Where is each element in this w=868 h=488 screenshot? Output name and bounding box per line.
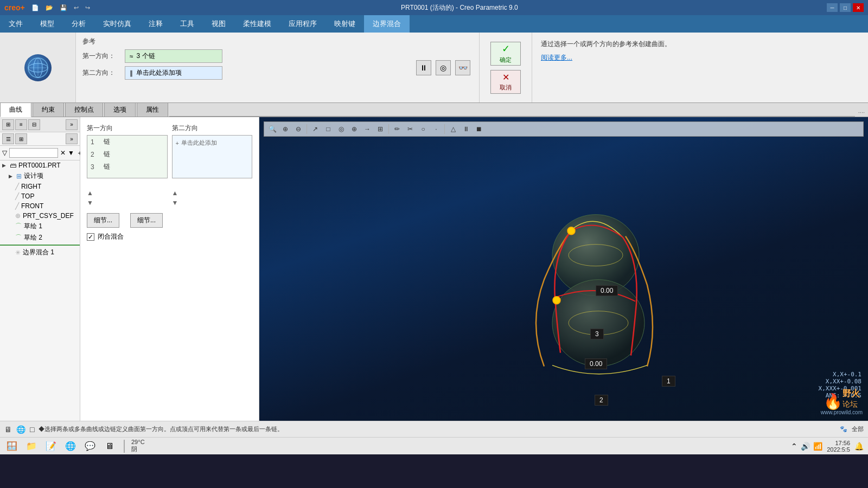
filter-arrow[interactable]: ▼ [68,149,74,157]
vp-circle[interactable]: ◎ [335,123,347,135]
notification-icon[interactable]: 🔔 [854,442,864,451]
status-icon1[interactable]: 🖥 [4,425,12,434]
tab-properties[interactable]: 属性 [137,102,168,117]
save-btn[interactable]: 💾 [58,3,69,12]
root-arrow: ▶ [2,163,8,168]
detail-btn-2[interactable]: 细节... [130,213,163,228]
vp-cut[interactable]: ✂ [404,123,416,135]
status-right: 🐾 全部 [840,425,864,433]
vp-cross[interactable]: ⊕ [348,123,360,135]
open-btn[interactable]: 📂 [43,3,55,12]
status-icon2[interactable]: 🌐 [16,425,25,434]
3d-viewport[interactable]: 🔍 ⊕ ⊖ ↗ □ ◎ ⊕ → ⊞ ✏ ✂ ○ · △ ⏸ ⏹ [259,117,868,421]
start-button[interactable]: 🪟 [4,439,20,453]
up-arrow2[interactable]: ▲ [172,189,253,197]
taskbar-explorer[interactable]: 📁 [24,439,39,453]
add-icon: + [176,140,179,146]
tray-network[interactable]: 📶 [813,442,822,451]
tray-sound[interactable]: 🔊 [801,442,810,451]
tab-fill [169,116,855,117]
tab-more[interactable]: ···· [855,108,868,117]
tray-icon1[interactable]: ⌃ [791,442,797,451]
tree-item-right[interactable]: ╱ RIGHT [0,182,80,191]
maximize-button[interactable]: □ [840,3,851,12]
tree-item-design[interactable]: ▶ ⊞ 设计项 [0,170,80,182]
design-icon: ⊞ [16,172,22,180]
tree-item-boundary[interactable]: ✳ 边界混合 1 [0,247,80,258]
chain-item-2[interactable]: 2 链 [87,148,167,160]
vp-frame[interactable]: □ [322,123,334,135]
list-view-btn[interactable]: ☰ [2,133,14,144]
tab-curves[interactable]: 曲线 [0,102,31,117]
vp-zoom-in[interactable]: ⊕ [279,123,291,135]
close-blend-checkbox[interactable]: ✓ [87,233,94,241]
vp-zoom-out[interactable]: ⊖ [292,123,304,135]
filter-input[interactable] [9,148,58,158]
tree-item-sketch2[interactable]: ⌒ 草绘 2 [0,232,80,243]
tab-options[interactable]: 选项 [104,102,136,117]
chain-item-1[interactable]: 1 链 [87,136,167,148]
down-arrow[interactable]: ▼ [87,199,168,207]
dir1-input[interactable]: ≈ 3 个链 [125,49,222,63]
tab-constraints[interactable]: 约束 [33,102,64,117]
undo-btn[interactable]: ↩ [72,3,81,12]
new-btn[interactable]: 📄 [29,3,41,12]
vp-circle2[interactable]: ○ [417,123,429,135]
vp-zoom-fit[interactable]: 🔍 [266,123,278,135]
expand-btn2[interactable]: » [66,133,78,144]
read-more-link[interactable]: 阅读更多... [541,54,572,61]
taskbar-edge[interactable]: 🌐 [63,439,78,453]
vp-edit[interactable]: ✏ [391,123,403,135]
menu-file[interactable]: 文件 [0,15,31,33]
tree-item-top[interactable]: ╱ TOP [0,191,80,201]
expand-btn[interactable]: » [66,119,78,130]
vp-triangle[interactable]: △ [447,123,459,135]
menu-apps[interactable]: 应用程序 [280,15,326,33]
dir2-placeholder[interactable]: + 单击此处添加 [173,136,252,150]
menu-boundary-blend[interactable]: 边界混合 [364,15,410,33]
filter-clear[interactable]: ✕ [60,149,66,157]
tab-control-points[interactable]: 控制点 [65,102,103,117]
menu-tools[interactable]: 工具 [171,15,203,33]
cancel-button[interactable]: ✕ 取消 [490,70,521,94]
taskbar-screen[interactable]: 🖥 [102,439,117,453]
feature-logo [24,54,52,81]
detail-btn-1[interactable]: 细节... [87,213,119,228]
tree-item-root[interactable]: ▶ 🗃 PRT0001.PRT [0,160,80,170]
vp-rotate[interactable]: ↗ [309,123,321,135]
status-icon3[interactable]: □ [30,425,34,434]
menu-simulation[interactable]: 实时仿真 [94,15,140,33]
model-tree: ▶ 🗃 PRT0001.PRT ▶ ⊞ 设计项 ╱ RIGHT ╱ TOP ╱ … [0,160,80,421]
redo-btn[interactable]: ↪ [83,3,92,12]
sidebar-btn1[interactable]: ⊞ [2,119,14,130]
vp-pause[interactable]: ⏸ [460,123,472,135]
glasses-btn[interactable]: 👓 [455,60,470,75]
up-arrow[interactable]: ▲ [87,189,168,197]
tile-view-btn[interactable]: ⊞ [15,133,27,144]
menu-analysis[interactable]: 分析 [63,15,94,33]
preview-btn[interactable]: ◎ [436,60,451,75]
vp-stop[interactable]: ⏹ [473,123,485,135]
minimize-button[interactable]: ─ [827,3,838,12]
menu-flexible[interactable]: 柔性建模 [234,15,280,33]
down-arrow2[interactable]: ▼ [172,199,253,207]
menu-view[interactable]: 视图 [203,15,234,33]
ok-button[interactable]: ✓ 确定 [490,42,521,66]
vp-arrow[interactable]: → [361,123,373,135]
pause-btn[interactable]: ⏸ [416,60,431,75]
tree-item-csys[interactable]: ⊕ PRT_CSYS_DEF [0,211,80,221]
sidebar-btn3[interactable]: ⊟ [28,119,40,130]
taskbar-notepad[interactable]: 📝 [43,439,59,453]
taskbar-wechat[interactable]: 💬 [82,439,98,453]
chain-item-3[interactable]: 3 链 [87,160,167,173]
close-button[interactable]: ✕ [853,3,864,12]
sidebar-btn2[interactable]: ≡ [15,119,27,130]
dir2-input[interactable]: ∥ 单击此处添加项 [125,66,222,80]
tree-item-sketch1[interactable]: ⌒ 草绘 1 [0,221,80,232]
menu-mapkey[interactable]: 映射键 [326,15,364,33]
tree-item-front[interactable]: ╱ FRONT [0,201,80,211]
menu-annotation[interactable]: 注释 [140,15,171,33]
vp-dot[interactable]: · [430,123,442,135]
vp-grid[interactable]: ⊞ [374,123,386,135]
menu-model[interactable]: 模型 [31,15,63,33]
